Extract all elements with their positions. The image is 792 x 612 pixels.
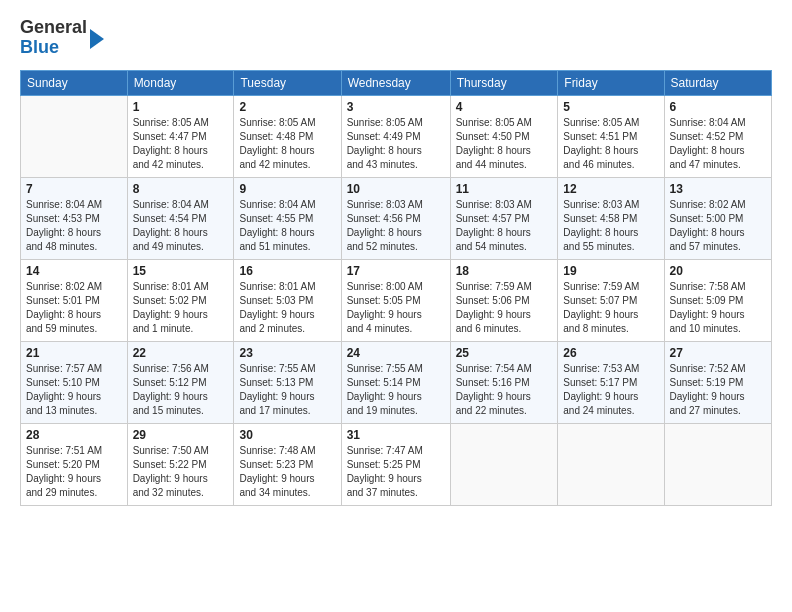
cell-content: Sunrise: 8:03 AM Sunset: 4:56 PM Dayligh…	[347, 198, 445, 254]
day-number: 28	[26, 428, 122, 442]
day-number: 18	[456, 264, 553, 278]
cell-content: Sunrise: 7:59 AM Sunset: 5:07 PM Dayligh…	[563, 280, 658, 336]
cell-content: Sunrise: 7:58 AM Sunset: 5:09 PM Dayligh…	[670, 280, 766, 336]
cell-content: Sunrise: 7:47 AM Sunset: 5:25 PM Dayligh…	[347, 444, 445, 500]
cell-content: Sunrise: 7:48 AM Sunset: 5:23 PM Dayligh…	[239, 444, 335, 500]
calendar-cell: 22Sunrise: 7:56 AM Sunset: 5:12 PM Dayli…	[127, 341, 234, 423]
week-row: 21Sunrise: 7:57 AM Sunset: 5:10 PM Dayli…	[21, 341, 772, 423]
calendar-cell: 10Sunrise: 8:03 AM Sunset: 4:56 PM Dayli…	[341, 177, 450, 259]
cell-content: Sunrise: 8:05 AM Sunset: 4:50 PM Dayligh…	[456, 116, 553, 172]
day-number: 23	[239, 346, 335, 360]
calendar-table: SundayMondayTuesdayWednesdayThursdayFrid…	[20, 70, 772, 506]
calendar-body: 1Sunrise: 8:05 AM Sunset: 4:47 PM Daylig…	[21, 95, 772, 505]
logo-arrow-icon	[90, 29, 104, 49]
header-day-tuesday: Tuesday	[234, 70, 341, 95]
cell-content: Sunrise: 8:01 AM Sunset: 5:02 PM Dayligh…	[133, 280, 229, 336]
calendar-cell: 8Sunrise: 8:04 AM Sunset: 4:54 PM Daylig…	[127, 177, 234, 259]
cell-content: Sunrise: 8:03 AM Sunset: 4:57 PM Dayligh…	[456, 198, 553, 254]
cell-content: Sunrise: 8:04 AM Sunset: 4:52 PM Dayligh…	[670, 116, 766, 172]
cell-content: Sunrise: 8:03 AM Sunset: 4:58 PM Dayligh…	[563, 198, 658, 254]
calendar-cell	[664, 423, 771, 505]
day-number: 31	[347, 428, 445, 442]
calendar-cell: 1Sunrise: 8:05 AM Sunset: 4:47 PM Daylig…	[127, 95, 234, 177]
day-number: 30	[239, 428, 335, 442]
calendar-cell: 30Sunrise: 7:48 AM Sunset: 5:23 PM Dayli…	[234, 423, 341, 505]
header-row: SundayMondayTuesdayWednesdayThursdayFrid…	[21, 70, 772, 95]
calendar-cell: 29Sunrise: 7:50 AM Sunset: 5:22 PM Dayli…	[127, 423, 234, 505]
day-number: 6	[670, 100, 766, 114]
calendar-cell: 25Sunrise: 7:54 AM Sunset: 5:16 PM Dayli…	[450, 341, 558, 423]
day-number: 13	[670, 182, 766, 196]
day-number: 14	[26, 264, 122, 278]
calendar-cell: 15Sunrise: 8:01 AM Sunset: 5:02 PM Dayli…	[127, 259, 234, 341]
calendar-cell: 18Sunrise: 7:59 AM Sunset: 5:06 PM Dayli…	[450, 259, 558, 341]
day-number: 8	[133, 182, 229, 196]
week-row: 14Sunrise: 8:02 AM Sunset: 5:01 PM Dayli…	[21, 259, 772, 341]
calendar-cell	[558, 423, 664, 505]
day-number: 26	[563, 346, 658, 360]
cell-content: Sunrise: 8:05 AM Sunset: 4:49 PM Dayligh…	[347, 116, 445, 172]
calendar-cell: 9Sunrise: 8:04 AM Sunset: 4:55 PM Daylig…	[234, 177, 341, 259]
cell-content: Sunrise: 8:04 AM Sunset: 4:54 PM Dayligh…	[133, 198, 229, 254]
header-day-monday: Monday	[127, 70, 234, 95]
cell-content: Sunrise: 7:53 AM Sunset: 5:17 PM Dayligh…	[563, 362, 658, 418]
calendar-cell: 3Sunrise: 8:05 AM Sunset: 4:49 PM Daylig…	[341, 95, 450, 177]
cell-content: Sunrise: 7:51 AM Sunset: 5:20 PM Dayligh…	[26, 444, 122, 500]
cell-content: Sunrise: 7:55 AM Sunset: 5:13 PM Dayligh…	[239, 362, 335, 418]
calendar-cell: 26Sunrise: 7:53 AM Sunset: 5:17 PM Dayli…	[558, 341, 664, 423]
cell-content: Sunrise: 8:00 AM Sunset: 5:05 PM Dayligh…	[347, 280, 445, 336]
calendar-cell: 31Sunrise: 7:47 AM Sunset: 5:25 PM Dayli…	[341, 423, 450, 505]
week-row: 1Sunrise: 8:05 AM Sunset: 4:47 PM Daylig…	[21, 95, 772, 177]
calendar-cell: 4Sunrise: 8:05 AM Sunset: 4:50 PM Daylig…	[450, 95, 558, 177]
day-number: 17	[347, 264, 445, 278]
day-number: 2	[239, 100, 335, 114]
calendar-header: SundayMondayTuesdayWednesdayThursdayFrid…	[21, 70, 772, 95]
day-number: 16	[239, 264, 335, 278]
day-number: 29	[133, 428, 229, 442]
cell-content: Sunrise: 8:05 AM Sunset: 4:47 PM Dayligh…	[133, 116, 229, 172]
day-number: 4	[456, 100, 553, 114]
day-number: 25	[456, 346, 553, 360]
header-day-thursday: Thursday	[450, 70, 558, 95]
calendar-cell: 11Sunrise: 8:03 AM Sunset: 4:57 PM Dayli…	[450, 177, 558, 259]
calendar-cell	[450, 423, 558, 505]
cell-content: Sunrise: 7:55 AM Sunset: 5:14 PM Dayligh…	[347, 362, 445, 418]
calendar-cell: 5Sunrise: 8:05 AM Sunset: 4:51 PM Daylig…	[558, 95, 664, 177]
day-number: 21	[26, 346, 122, 360]
calendar-cell: 20Sunrise: 7:58 AM Sunset: 5:09 PM Dayli…	[664, 259, 771, 341]
calendar-cell: 27Sunrise: 7:52 AM Sunset: 5:19 PM Dayli…	[664, 341, 771, 423]
cell-content: Sunrise: 8:05 AM Sunset: 4:51 PM Dayligh…	[563, 116, 658, 172]
header-day-sunday: Sunday	[21, 70, 128, 95]
cell-content: Sunrise: 7:59 AM Sunset: 5:06 PM Dayligh…	[456, 280, 553, 336]
cell-content: Sunrise: 7:50 AM Sunset: 5:22 PM Dayligh…	[133, 444, 229, 500]
cell-content: Sunrise: 8:01 AM Sunset: 5:03 PM Dayligh…	[239, 280, 335, 336]
day-number: 7	[26, 182, 122, 196]
calendar-cell: 19Sunrise: 7:59 AM Sunset: 5:07 PM Dayli…	[558, 259, 664, 341]
calendar-cell: 14Sunrise: 8:02 AM Sunset: 5:01 PM Dayli…	[21, 259, 128, 341]
logo: GeneralBlue	[20, 18, 104, 58]
day-number: 20	[670, 264, 766, 278]
header: GeneralBlue	[20, 18, 772, 58]
day-number: 19	[563, 264, 658, 278]
cell-content: Sunrise: 8:04 AM Sunset: 4:53 PM Dayligh…	[26, 198, 122, 254]
cell-content: Sunrise: 7:52 AM Sunset: 5:19 PM Dayligh…	[670, 362, 766, 418]
calendar-cell	[21, 95, 128, 177]
header-day-wednesday: Wednesday	[341, 70, 450, 95]
calendar-cell: 6Sunrise: 8:04 AM Sunset: 4:52 PM Daylig…	[664, 95, 771, 177]
calendar-cell: 21Sunrise: 7:57 AM Sunset: 5:10 PM Dayli…	[21, 341, 128, 423]
cell-content: Sunrise: 7:54 AM Sunset: 5:16 PM Dayligh…	[456, 362, 553, 418]
day-number: 24	[347, 346, 445, 360]
week-row: 7Sunrise: 8:04 AM Sunset: 4:53 PM Daylig…	[21, 177, 772, 259]
day-number: 27	[670, 346, 766, 360]
cell-content: Sunrise: 8:04 AM Sunset: 4:55 PM Dayligh…	[239, 198, 335, 254]
day-number: 22	[133, 346, 229, 360]
day-number: 10	[347, 182, 445, 196]
calendar-cell: 28Sunrise: 7:51 AM Sunset: 5:20 PM Dayli…	[21, 423, 128, 505]
calendar-cell: 7Sunrise: 8:04 AM Sunset: 4:53 PM Daylig…	[21, 177, 128, 259]
day-number: 12	[563, 182, 658, 196]
day-number: 1	[133, 100, 229, 114]
header-day-friday: Friday	[558, 70, 664, 95]
day-number: 5	[563, 100, 658, 114]
day-number: 15	[133, 264, 229, 278]
cell-content: Sunrise: 8:05 AM Sunset: 4:48 PM Dayligh…	[239, 116, 335, 172]
